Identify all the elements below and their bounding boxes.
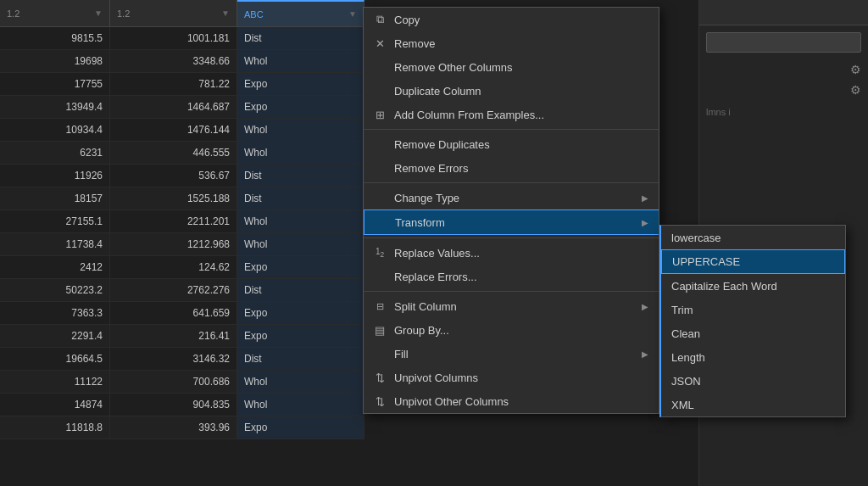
submenu-item-trim[interactable]: Trim [661,298,845,321]
menu-label-group-by: Group By... [394,324,648,337]
cell-unitcost: 641.659 [110,302,237,324]
table-row: 19698 3348.66 Whol [0,50,364,73]
cell-revenue: 10934.4 [0,119,110,141]
cell-unitcost: 393.96 [110,416,237,439]
split-icon: ⊟ [372,299,387,314]
submenu-item-capitalize[interactable]: Capitalize Each Word [661,274,845,298]
menu-item-remove-errors[interactable]: Remove Errors [364,156,659,180]
menu-item-split-column[interactable]: ⊟Split Column▶ [364,294,659,318]
table-row: 2291.4 216.41 Expo [0,325,364,348]
menu-icon-empty [372,137,387,152]
col-header-revenue[interactable]: 1.2 ▼ [0,0,110,26]
menu-separator [364,291,659,292]
cell-unitcost: 2211.201 [110,210,237,232]
cell-revenue: 19698 [0,50,110,72]
menu-item-group-by[interactable]: ▤Group By... [364,318,659,342]
submenu-item-clean[interactable]: Clean [661,321,845,345]
cell-revenue: 11926 [0,165,110,187]
submenu-item-uppercase[interactable]: UPPERCASE [661,249,845,274]
table-row: 13949.4 1464.687 Expo [0,96,364,119]
cell-revenue: 14874 [0,394,110,416]
table-row: 7363.3 641.659 Expo [0,302,364,325]
cell-channel: Expo [237,325,364,347]
submenu-label-trim: Trim [671,304,693,316]
gear-icon-1[interactable]: ⚙ [850,63,861,76]
col-header-unitcost[interactable]: 1.2 ▼ [110,0,237,26]
channel-type-icon: ABC [244,9,264,20]
submenu-item-length[interactable]: Length [661,345,845,369]
menu-label-remove-errors: Remove Errors [394,162,648,175]
cell-revenue: 11122 [0,371,110,393]
cell-channel: Whol [237,394,364,416]
cell-unitcost: 1464.687 [110,96,237,118]
cell-channel: Whol [237,371,364,393]
table-row: 9815.5 1001.181 Dist [0,27,364,50]
data-table: 1.2 ▼ 1.2 ▼ ABC ▼ 9815.5 1001.181 Dist 1… [0,0,364,486]
menu-item-add-column-examples[interactable]: ⊞Add Column From Examples... [364,103,659,126]
menu-icon-empty [372,269,387,284]
menu-separator [364,129,659,130]
remove-icon: ✕ [372,36,387,51]
cell-channel: Whol [237,233,364,255]
menu-separator [364,237,659,238]
table-row: 18157 1525.188 Dist [0,187,364,210]
right-panel-header [699,0,868,25]
cell-revenue: 2291.4 [0,325,110,347]
cell-unitcost: 124.62 [110,256,237,278]
gear-icon-2[interactable]: ⚙ [850,83,861,97]
menu-item-change-type[interactable]: Change Type▶ [364,186,659,209]
menu-item-remove-other-columns[interactable]: Remove Other Columns [364,55,659,79]
menu-label-remove-duplicates: Remove Duplicates [394,138,648,151]
gear-row: ⚙ [699,59,868,80]
cell-channel: Dist [237,187,364,209]
cell-channel: Expo [237,96,364,118]
cell-revenue: 27155.1 [0,210,110,232]
table-row: 19664.5 3146.32 Dist [0,348,364,371]
col-header-channel[interactable]: ABC ▼ [237,0,364,26]
menu-label-unpivot-other-columns: Unpivot Other Columns [394,395,648,408]
cell-unitcost: 904.835 [110,394,237,416]
menu-icon-empty [372,346,387,361]
copy-icon: ⧉ [372,12,387,27]
cell-unitcost: 1525.188 [110,187,237,209]
menu-item-transform[interactable]: Transform▶ [364,209,659,235]
menu-item-remove[interactable]: ✕Remove [364,31,659,55]
menu-item-fill[interactable]: Fill▶ [364,342,659,366]
table-row: 11818.8 393.96 Expo [0,416,364,439]
cell-revenue: 9815.5 [0,27,110,49]
menu-icon-empty [372,190,387,205]
cell-channel: Dist [237,27,364,49]
cell-unitcost: 446.555 [110,142,237,164]
submenu-item-lowercase[interactable]: lowercase [661,226,845,249]
menu-item-unpivot-columns[interactable]: ⇅Unpivot Columns [364,366,659,389]
menu-item-remove-duplicates[interactable]: Remove Duplicates [364,132,659,156]
gear-row-2: ⚙ [699,80,868,100]
submenu-label-length: Length [671,351,705,364]
search-box[interactable] [706,32,861,53]
submenu-label-capitalize: Capitalize Each Word [671,280,777,293]
submenu-arrow-icon: ▶ [642,218,648,227]
submenu-item-xml[interactable]: XML [661,393,845,416]
cell-channel: Expo [237,302,364,324]
cell-unitcost: 700.686 [110,371,237,393]
cell-unitcost: 2762.276 [110,279,237,301]
menu-item-replace-values[interactable]: 12Replace Values... [364,241,659,265]
menu-label-unpivot-columns: Unpivot Columns [394,371,648,384]
menu-item-unpivot-other-columns[interactable]: ⇅Unpivot Other Columns [364,389,659,413]
menu-item-replace-errors[interactable]: Replace Errors... [364,265,659,288]
replace-icon: 12 [372,245,387,260]
cell-revenue: 19664.5 [0,348,110,370]
menu-item-duplicate-column[interactable]: Duplicate Column [364,79,659,103]
cell-channel: Expo [237,256,364,278]
cell-revenue: 2412 [0,256,110,278]
submenu-item-json[interactable]: JSON [661,369,845,393]
submenu-label-uppercase: UPPERCASE [672,255,740,268]
table-row: 27155.1 2211.201 Whol [0,210,364,233]
table-row: 50223.2 2762.276 Dist [0,279,364,302]
submenu-arrow-icon: ▶ [642,193,648,203]
table-row: 17755 781.22 Expo [0,73,364,96]
unpivot-icon: ⇅ [372,394,387,409]
menu-item-copy[interactable]: ⧉Copy [364,8,659,31]
columns-label: lmns i [699,100,868,124]
table-header: 1.2 ▼ 1.2 ▼ ABC ▼ [0,0,364,27]
